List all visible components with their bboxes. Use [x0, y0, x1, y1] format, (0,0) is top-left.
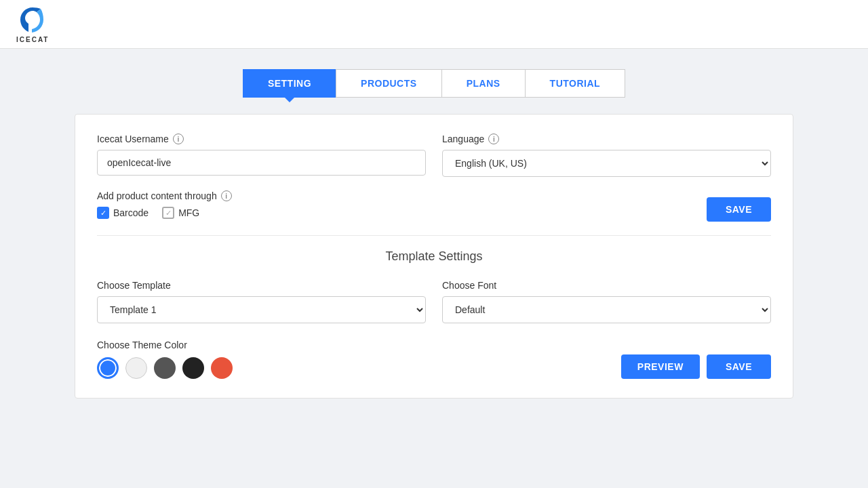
preview-button[interactable]: PREVIEW — [621, 354, 700, 379]
barcode-checkbox-item[interactable]: ✓ Barcode — [97, 207, 149, 219]
username-info-icon[interactable]: i — [173, 134, 184, 144]
barcode-label: Barcode — [113, 207, 149, 218]
checkbox-row: ✓ Barcode ✓ MFG — [97, 207, 707, 219]
tabs-container: SETTING PRODUCTS PLANS TUTORIAL — [243, 69, 625, 98]
username-group: Icecat Username i — [97, 134, 426, 177]
choose-font-label: Choose Font — [442, 280, 771, 291]
swatch-blue[interactable] — [97, 357, 119, 379]
language-select[interactable]: English (UK, US) French German — [442, 150, 771, 177]
save-button[interactable]: SAVE — [707, 354, 771, 379]
mfg-checkbox-checked: ✓ — [162, 207, 174, 219]
header: ICECAT — [0, 0, 868, 49]
template-group: Choose Template Template 1 Template 2 Te… — [97, 280, 426, 323]
choose-color-label: Choose Theme Color — [97, 340, 233, 350]
language-group: Language i English (UK, US) French Germa… — [442, 134, 771, 177]
add-content-label: Add product content through i — [97, 190, 707, 201]
username-label: Icecat Username i — [97, 134, 426, 144]
language-label: Language i — [442, 134, 771, 144]
swatch-black[interactable] — [182, 357, 204, 379]
font-group: Choose Font Default Arial Times New Roma… — [442, 280, 771, 323]
settings-card: Icecat Username i Language i English (UK… — [75, 114, 793, 399]
mfg-checkbox-item[interactable]: ✓ MFG — [162, 207, 199, 219]
bottom-action-row: PREVIEW SAVE — [621, 354, 771, 379]
swatch-orange[interactable] — [211, 357, 233, 379]
mfg-label: MFG — [178, 207, 199, 218]
template-font-row: Choose Template Template 1 Template 2 Te… — [97, 280, 771, 323]
logo: ICECAT — [16, 5, 49, 43]
section-divider — [97, 235, 771, 236]
font-select[interactable]: Default Arial Times New Roman — [442, 296, 771, 323]
content-through-left: Add product content through i ✓ Barcode … — [97, 190, 707, 222]
color-section: Choose Theme Color — [97, 340, 233, 379]
tab-setting[interactable]: SETTING — [243, 69, 336, 98]
swatch-row — [97, 357, 233, 379]
color-actions-row: Choose Theme Color PREVIEW SAVE — [97, 340, 771, 379]
save-top-button[interactable]: SAVE — [707, 197, 771, 222]
username-language-row: Icecat Username i Language i English (UK… — [97, 134, 771, 177]
choose-template-label: Choose Template — [97, 280, 426, 291]
tab-plans[interactable]: PLANS — [441, 69, 525, 98]
username-input[interactable] — [97, 150, 426, 176]
content-through-row: Add product content through i ✓ Barcode … — [97, 190, 771, 222]
tab-products[interactable]: PRODUCTS — [336, 69, 441, 98]
icecat-logo-icon — [18, 5, 47, 35]
add-content-info-icon[interactable]: i — [221, 190, 232, 201]
swatch-white[interactable] — [125, 357, 147, 379]
template-select[interactable]: Template 1 Template 2 Template 3 — [97, 296, 426, 323]
template-settings-title: Template Settings — [97, 249, 771, 264]
swatch-darkgrey[interactable] — [154, 357, 176, 379]
language-info-icon[interactable]: i — [488, 134, 499, 144]
tab-tutorial[interactable]: TUTORIAL — [525, 69, 626, 98]
logo-text: ICECAT — [16, 36, 49, 43]
barcode-checkbox-checked: ✓ — [97, 207, 109, 219]
main-content: SETTING PRODUCTS PLANS TUTORIAL Icecat U… — [0, 49, 868, 419]
